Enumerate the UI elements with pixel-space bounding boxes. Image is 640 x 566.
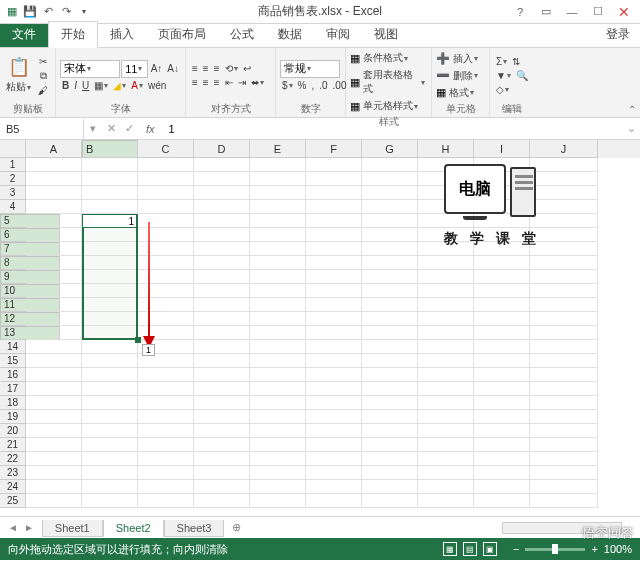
cell[interactable] — [250, 354, 306, 368]
redo-icon[interactable]: ↷ — [58, 4, 74, 20]
cell[interactable] — [138, 242, 194, 256]
cell[interactable] — [82, 452, 138, 466]
cell[interactable] — [474, 340, 530, 354]
collapse-ribbon-icon[interactable]: ⌃ — [628, 104, 636, 115]
cell[interactable] — [418, 158, 474, 172]
cell[interactable] — [362, 312, 418, 326]
cell[interactable] — [26, 256, 82, 270]
cell[interactable] — [362, 270, 418, 284]
cell[interactable] — [82, 438, 138, 452]
cell[interactable] — [82, 326, 138, 340]
cell[interactable] — [306, 298, 362, 312]
cut-icon[interactable]: ✂ — [36, 55, 50, 68]
cell[interactable] — [194, 312, 250, 326]
number-format-select[interactable]: 常规 — [280, 60, 340, 78]
column-header[interactable]: E — [250, 140, 306, 158]
cell[interactable] — [362, 368, 418, 382]
row-header[interactable]: 20 — [0, 424, 26, 438]
sheet-tab[interactable]: Sheet3 — [164, 520, 225, 537]
cell[interactable] — [138, 200, 194, 214]
cell[interactable] — [362, 186, 418, 200]
cell[interactable] — [362, 340, 418, 354]
cell[interactable] — [138, 382, 194, 396]
row-header[interactable]: 22 — [0, 452, 26, 466]
cell[interactable] — [194, 228, 250, 242]
cell[interactable] — [418, 396, 474, 410]
cell[interactable] — [530, 438, 598, 452]
cell[interactable] — [418, 452, 474, 466]
cell[interactable] — [418, 214, 474, 228]
cell[interactable] — [362, 410, 418, 424]
cell[interactable] — [138, 452, 194, 466]
cell[interactable] — [194, 214, 250, 228]
cell[interactable] — [138, 410, 194, 424]
cell[interactable] — [82, 242, 138, 256]
cell[interactable] — [418, 354, 474, 368]
cell[interactable] — [306, 340, 362, 354]
cell[interactable] — [250, 326, 306, 340]
cell[interactable] — [138, 172, 194, 186]
cell[interactable] — [82, 186, 138, 200]
cell[interactable] — [194, 466, 250, 480]
align-top-icon[interactable]: ≡ — [190, 62, 200, 75]
zoom-percent[interactable]: 100% — [604, 543, 632, 555]
cell[interactable] — [250, 270, 306, 284]
cell[interactable] — [138, 396, 194, 410]
cell[interactable] — [362, 298, 418, 312]
cell[interactable] — [26, 158, 82, 172]
align-middle-icon[interactable]: ≡ — [201, 62, 211, 75]
cell[interactable] — [530, 298, 598, 312]
cell[interactable] — [26, 438, 82, 452]
delete-button[interactable]: 删除 — [451, 68, 480, 84]
column-header[interactable]: J — [530, 140, 598, 158]
cell[interactable] — [138, 186, 194, 200]
cell[interactable] — [82, 298, 138, 312]
cell[interactable] — [362, 242, 418, 256]
enter-formula-icon[interactable]: ✓ — [120, 122, 138, 135]
cell[interactable] — [530, 480, 598, 494]
cell[interactable] — [418, 256, 474, 270]
row-header[interactable]: 21 — [0, 438, 26, 452]
conditional-format-icon[interactable]: ▦ — [350, 52, 360, 65]
row-header[interactable]: 25 — [0, 494, 26, 508]
minimize-icon[interactable]: — — [560, 4, 584, 20]
cell-styles-button[interactable]: 单元格样式 — [361, 98, 420, 114]
cell[interactable] — [474, 424, 530, 438]
align-bottom-icon[interactable]: ≡ — [212, 62, 222, 75]
cell[interactable] — [530, 200, 598, 214]
cell[interactable] — [474, 368, 530, 382]
cell[interactable] — [362, 494, 418, 508]
cell[interactable] — [306, 494, 362, 508]
cell[interactable] — [418, 284, 474, 298]
cell[interactable] — [194, 158, 250, 172]
cell[interactable] — [306, 270, 362, 284]
cell[interactable] — [250, 452, 306, 466]
cell[interactable] — [362, 354, 418, 368]
cell[interactable] — [306, 172, 362, 186]
cell[interactable] — [306, 242, 362, 256]
cell[interactable] — [306, 452, 362, 466]
cell[interactable] — [362, 284, 418, 298]
cell[interactable] — [362, 326, 418, 340]
namebox-dropdown-icon[interactable]: ▾ — [84, 122, 102, 135]
cell[interactable] — [418, 340, 474, 354]
cell[interactable] — [194, 368, 250, 382]
column-header[interactable]: B — [82, 140, 138, 158]
copy-icon[interactable]: ⧉ — [36, 69, 50, 83]
wrap-text-icon[interactable]: ↩ — [241, 62, 253, 75]
cell[interactable] — [82, 494, 138, 508]
cell[interactable] — [530, 242, 598, 256]
cell[interactable] — [194, 410, 250, 424]
login-link[interactable]: 登录 — [596, 22, 640, 47]
bold-icon[interactable]: B — [60, 79, 71, 92]
cell[interactable] — [138, 466, 194, 480]
select-all-corner[interactable] — [0, 140, 26, 158]
cell[interactable] — [530, 186, 598, 200]
cell[interactable] — [26, 312, 82, 326]
cell[interactable] — [82, 382, 138, 396]
cell[interactable] — [138, 312, 194, 326]
cell[interactable] — [250, 424, 306, 438]
cell[interactable] — [26, 284, 82, 298]
cell[interactable] — [194, 494, 250, 508]
cell[interactable] — [82, 214, 138, 228]
